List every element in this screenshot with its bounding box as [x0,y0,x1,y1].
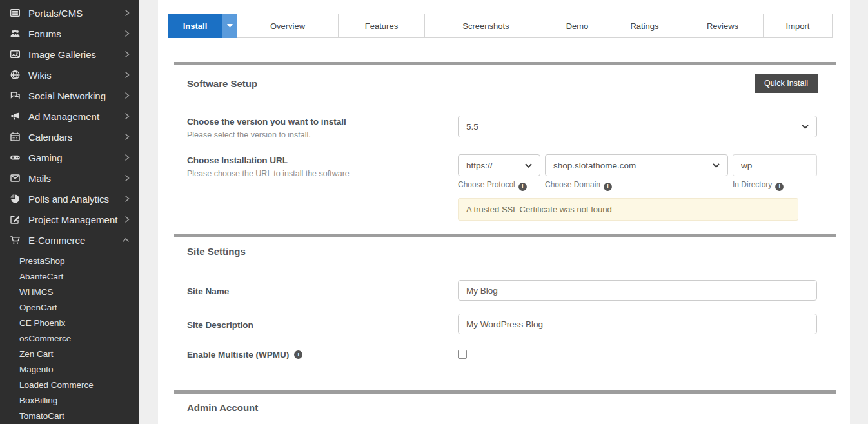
multisite-label: Enable Multisite (WPMU) [187,350,289,359]
sidebar-subitem-tomatocart[interactable]: TomatoCart [0,408,139,423]
sidebar-subitem-magento[interactable]: Magento [0,361,139,377]
tab-install[interactable]: Install [168,14,222,38]
chevron-right-icon [124,112,130,120]
site-description-row: Site Description [187,314,817,334]
chevron-down-icon [802,125,809,129]
calendar-icon [10,132,22,142]
chevron-down-icon [713,163,720,168]
sidebar-subitem-whmcs[interactable]: WHMCS [0,284,139,299]
sidebar-item-label: E-Commerce [28,235,122,246]
directory-hint: In Directoryi [733,180,817,191]
tab-overview[interactable]: Overview [237,14,339,38]
protocol-select[interactable]: https:// [458,154,540,176]
category-sidebar: Portals/CMS Forums Image Galleries Wikis… [0,0,139,424]
caret-down-icon [227,24,233,28]
sidebar-item-label: Forums [28,28,124,39]
multisite-row: Enable Multisite (WPMU) i [187,348,817,361]
sidebar-subitem-ce-phoenix[interactable]: CE Phoenix [0,315,139,330]
sidebar-item-wikis[interactable]: Wikis [0,65,139,85]
chevron-right-icon [124,174,130,182]
sidebar-subitem-abantecart[interactable]: AbanteCart [0,268,139,284]
sidebar-item-label: Social Networking [28,90,124,101]
sidebar-item-polls-analytics[interactable]: Polls and Analytics [0,188,139,209]
sidebar-item-gaming[interactable]: Gaming [0,147,139,168]
version-label: Choose the version you want to install [187,117,458,126]
ssl-warning-banner: A trusted SSL Certificate was not found [458,198,798,221]
chevron-right-icon [124,154,130,161]
site-name-row: Site Name [187,280,817,301]
tab-reviews[interactable]: Reviews [682,14,764,38]
domain-select[interactable]: shop.slotathome.com [545,154,728,176]
tab-features[interactable]: Features [338,14,425,38]
sidebar-item-image-galleries[interactable]: Image Galleries [0,44,139,65]
list-icon [10,8,22,18]
version-select[interactable]: 5.5 [458,116,817,137]
tab-import[interactable]: Import [763,14,833,38]
sidebar-item-project-management[interactable]: Project Management [0,209,139,230]
multisite-checkbox[interactable] [458,350,467,359]
chevron-right-icon [124,9,130,17]
pie-chart-icon [10,194,22,204]
sidebar-subitem-zen-cart[interactable]: Zen Cart [0,346,139,361]
sidebar-subitem-boxbilling[interactable]: BoxBilling [0,392,139,408]
sidebar-subitem-opencart[interactable]: OpenCart [0,299,139,315]
chevron-right-icon [124,92,130,99]
ecommerce-submenu: PrestaShop AbanteCart WHMCS OpenCart CE … [0,253,139,423]
chevron-right-icon [124,71,130,79]
sidebar-subitem-prestashop[interactable]: PrestaShop [0,253,139,268]
chevron-right-icon [124,195,130,203]
image-icon [10,49,22,59]
sidebar-item-ecommerce[interactable]: E-Commerce [0,230,139,250]
site-settings-title: Site Settings [187,246,246,257]
sidebar-item-social-networking[interactable]: Social Networking [0,85,139,106]
sidebar-subitem-oscommerce[interactable]: osCommerce [0,330,139,346]
site-description-input[interactable] [458,314,817,334]
chevron-down-icon [525,163,532,168]
edit-icon [10,214,22,225]
megaphone-icon [10,111,22,121]
domain-hint: Choose Domaini [545,180,733,191]
sidebar-item-forums[interactable]: Forums [0,23,139,44]
chevron-right-icon [124,30,130,37]
comments-icon [10,90,22,101]
info-icon[interactable]: i [294,350,302,359]
software-setup-title: Software Setup [187,78,257,89]
sidebar-item-label: Portals/CMS [28,8,124,19]
sidebar-item-label: Project Management [28,214,124,225]
chevron-up-icon [122,237,130,243]
chevron-right-icon [124,133,130,141]
users-icon [10,28,22,39]
sidebar-item-mails[interactable]: Mails [0,168,139,188]
sidebar-item-label: Polls and Analytics [28,194,124,205]
gamepad-icon [10,152,22,163]
sidebar-item-label: Mails [28,173,124,184]
info-icon[interactable]: i [518,183,527,191]
admin-account-title: Admin Account [187,402,258,413]
site-name-input[interactable] [458,280,817,301]
installation-url-help-text: Please choose the URL to install the sof… [187,169,458,178]
sidebar-subitem-loaded-commerce[interactable]: Loaded Commerce [0,377,139,392]
cart-icon [10,235,22,245]
tab-ratings[interactable]: Ratings [607,14,682,38]
tab-screenshots[interactable]: Screenshots [424,14,547,38]
chevron-right-icon [124,50,130,58]
envelope-icon [10,173,22,183]
sidebar-item-label: Ad Management [28,111,124,122]
info-icon[interactable]: i [604,183,612,191]
quick-install-button[interactable]: Quick Install [755,74,818,93]
sidebar-item-label: Wikis [28,70,124,81]
sidebar-item-label: Image Galleries [28,49,124,60]
directory-input[interactable] [733,154,817,176]
site-description-label: Site Description [187,315,458,330]
version-row: Choose the version you want to install P… [187,116,817,139]
info-icon[interactable]: i [775,183,784,191]
installation-url-row: Choose Installation URL Please choose th… [187,154,817,221]
admin-account-header: Admin Account [187,394,818,421]
sidebar-item-ad-management[interactable]: Ad Management [0,106,139,126]
sidebar-item-portals-cms[interactable]: Portals/CMS [0,3,139,23]
site-name-label: Site Name [187,281,458,296]
installation-url-label: Choose Installation URL [187,156,458,165]
install-dropdown-button[interactable] [222,14,237,38]
sidebar-item-calendars[interactable]: Calendars [0,126,139,147]
tab-demo[interactable]: Demo [547,14,607,38]
